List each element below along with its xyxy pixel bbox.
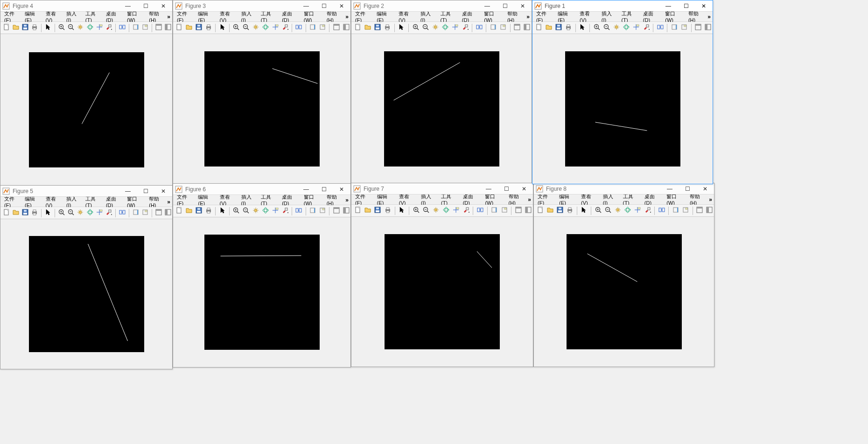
minimize-button[interactable]: — xyxy=(119,0,137,11)
data-cursor-button[interactable] xyxy=(95,208,104,218)
titlebar[interactable]: Figure 8 — ☐ ✕ xyxy=(534,183,714,194)
new-file-button[interactable] xyxy=(175,207,184,216)
dock-button[interactable] xyxy=(694,23,703,33)
menu-overflow-icon[interactable]: » xyxy=(345,14,349,20)
pan-button[interactable] xyxy=(252,207,260,216)
zoom-in-button[interactable] xyxy=(232,207,241,216)
insert-colorbar-button[interactable] xyxy=(132,23,140,33)
zoom-out-button[interactable] xyxy=(421,23,430,33)
zoom-in-button[interactable] xyxy=(232,23,241,33)
brush-button[interactable] xyxy=(643,206,652,215)
close-button[interactable]: ✕ xyxy=(514,0,532,11)
data-cursor-button[interactable] xyxy=(633,206,642,215)
open-folder-button[interactable] xyxy=(544,23,553,33)
arrow-cursor-button[interactable] xyxy=(398,206,406,215)
axes[interactable] xyxy=(567,234,682,349)
link-axes-button[interactable] xyxy=(656,23,665,33)
zoom-in-button[interactable] xyxy=(594,206,602,215)
insert-legend-button[interactable] xyxy=(679,23,688,33)
data-cursor-button[interactable] xyxy=(451,206,460,215)
dock-alt-button[interactable] xyxy=(164,208,172,218)
titlebar[interactable]: Figure 7 — ☐ ✕ xyxy=(351,183,533,194)
new-file-button[interactable] xyxy=(2,23,11,33)
open-folder-button[interactable] xyxy=(546,206,554,215)
dock-button[interactable] xyxy=(154,23,163,33)
close-button[interactable]: ✕ xyxy=(333,184,350,194)
zoom-in-button[interactable] xyxy=(411,23,420,33)
menu-overflow-icon[interactable]: » xyxy=(345,197,349,203)
menu-overflow-icon[interactable]: » xyxy=(528,196,531,203)
print-button[interactable] xyxy=(564,23,573,33)
rotate3d-button[interactable] xyxy=(441,23,450,33)
open-folder-button[interactable] xyxy=(363,23,372,33)
link-axes-button[interactable] xyxy=(657,206,666,215)
pan-button[interactable] xyxy=(431,23,440,33)
arrow-cursor-button[interactable] xyxy=(580,206,588,215)
new-file-button[interactable] xyxy=(175,23,184,33)
dock-alt-button[interactable] xyxy=(524,206,533,215)
pan-button[interactable] xyxy=(76,23,84,33)
insert-colorbar-button[interactable] xyxy=(670,23,679,33)
link-axes-button[interactable] xyxy=(118,208,126,218)
close-button[interactable]: ✕ xyxy=(333,0,350,11)
menu-overflow-icon[interactable]: » xyxy=(167,14,170,20)
arrow-cursor-button[interactable] xyxy=(44,23,52,33)
maximize-button[interactable]: ☐ xyxy=(496,0,514,11)
insert-legend-button[interactable] xyxy=(141,208,149,218)
insert-legend-button[interactable] xyxy=(318,207,327,216)
dock-button[interactable] xyxy=(332,207,341,216)
pan-button[interactable] xyxy=(432,206,441,215)
insert-legend-button[interactable] xyxy=(318,23,327,33)
dock-alt-button[interactable] xyxy=(164,23,172,33)
zoom-out-button[interactable] xyxy=(67,208,75,218)
new-file-button[interactable] xyxy=(534,23,543,33)
dock-button[interactable] xyxy=(513,23,522,33)
open-folder-button[interactable] xyxy=(12,23,20,33)
data-cursor-button[interactable] xyxy=(632,23,641,33)
brush-button[interactable] xyxy=(280,207,289,216)
rotate3d-button[interactable] xyxy=(261,207,270,216)
print-button[interactable] xyxy=(383,23,392,33)
open-folder-button[interactable] xyxy=(12,208,20,218)
print-button[interactable] xyxy=(204,207,213,216)
insert-colorbar-button[interactable] xyxy=(671,206,680,215)
zoom-out-button[interactable] xyxy=(603,206,612,215)
close-button[interactable]: ✕ xyxy=(696,183,714,194)
zoom-in-button[interactable] xyxy=(57,23,66,33)
save-button[interactable] xyxy=(195,207,203,216)
brush-button[interactable] xyxy=(462,206,470,215)
axes[interactable] xyxy=(384,51,499,166)
maximize-button[interactable]: ☐ xyxy=(137,0,154,11)
menu-overflow-icon[interactable]: » xyxy=(707,14,711,20)
save-button[interactable] xyxy=(21,23,29,33)
link-axes-button[interactable] xyxy=(294,23,303,33)
link-axes-button[interactable] xyxy=(475,23,483,33)
save-button[interactable] xyxy=(554,23,563,33)
save-button[interactable] xyxy=(21,208,29,218)
data-cursor-button[interactable] xyxy=(271,207,280,216)
dock-alt-button[interactable] xyxy=(342,23,350,33)
minimize-button[interactable]: — xyxy=(661,183,679,194)
pan-button[interactable] xyxy=(76,208,84,218)
link-axes-button[interactable] xyxy=(294,207,303,216)
insert-legend-button[interactable] xyxy=(498,23,507,33)
save-button[interactable] xyxy=(373,23,382,33)
titlebar[interactable]: Figure 5 — ☐ ✕ xyxy=(0,186,172,197)
data-cursor-button[interactable] xyxy=(95,23,104,33)
axes[interactable] xyxy=(29,236,144,352)
zoom-in-button[interactable] xyxy=(592,23,601,33)
link-axes-button[interactable] xyxy=(118,23,126,33)
pan-button[interactable] xyxy=(613,206,622,215)
data-cursor-button[interactable] xyxy=(271,23,280,33)
open-folder-button[interactable] xyxy=(363,206,372,215)
insert-legend-button[interactable] xyxy=(500,206,509,215)
new-file-button[interactable] xyxy=(353,206,362,215)
zoom-out-button[interactable] xyxy=(67,23,75,33)
print-button[interactable] xyxy=(30,208,39,218)
insert-colorbar-button[interactable] xyxy=(132,208,140,218)
axes[interactable] xyxy=(565,51,680,166)
titlebar[interactable]: Figure 3 — ☐ ✕ xyxy=(173,0,350,12)
open-folder-button[interactable] xyxy=(185,207,194,216)
dock-button[interactable] xyxy=(154,208,163,218)
new-file-button[interactable] xyxy=(353,23,362,33)
